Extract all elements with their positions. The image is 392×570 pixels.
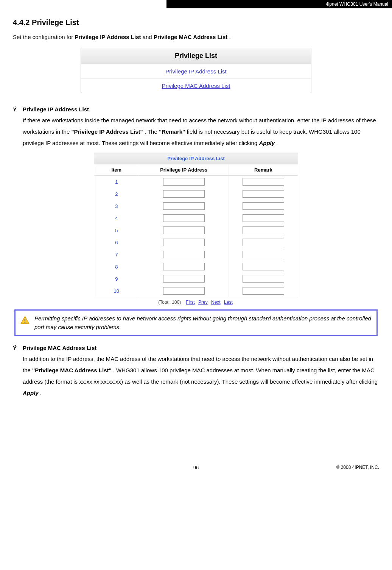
ip-section-title: Privilege IP Address List — [23, 106, 89, 112]
ip-table-col-item: Item — [94, 164, 139, 176]
row-remark-cell — [229, 200, 298, 212]
privilege-ip-input[interactable] — [163, 263, 205, 270]
row-ip-cell — [139, 200, 229, 212]
privilege-ip-input[interactable] — [163, 226, 205, 234]
remark-input[interactable] — [243, 190, 284, 198]
row-remark-cell — [229, 224, 298, 236]
privilege-ip-link[interactable]: Privilege IP Address List — [165, 68, 226, 75]
privilege-ip-input[interactable] — [163, 287, 205, 295]
section-heading: 4.4.2 Privilege List — [13, 18, 379, 27]
table-row: 5 — [94, 224, 298, 236]
intro-bold-2: Privilege MAC Address List — [154, 34, 227, 40]
bullet-mark: Ÿ — [13, 106, 23, 112]
mac-body-3: . — [40, 390, 42, 396]
privilege-list-row-ip: Privilege IP Address List — [81, 64, 311, 78]
mac-body-b1: "Privilege MAC Address List" — [32, 367, 112, 373]
row-item-number: 8 — [94, 261, 139, 273]
remark-input[interactable] — [243, 263, 284, 270]
privilege-list-row-mac: Privilege MAC Address List — [81, 78, 311, 93]
row-item-number: 2 — [94, 188, 139, 200]
warning-box: Permitting specific IP addresses to have… — [14, 309, 378, 336]
privilege-mac-link[interactable]: Privilege MAC Address List — [162, 83, 230, 89]
ip-section: Ÿ Privilege IP Address List If there are… — [13, 106, 379, 149]
pager-prev[interactable]: Prev — [198, 300, 208, 305]
manual-header: 4ipnet WHG301 User's Manual — [166, 0, 392, 8]
intro-text-post: . — [229, 34, 230, 40]
privilege-ip-input[interactable] — [163, 178, 205, 186]
intro-text-pre: Set the configuration for — [13, 34, 75, 40]
intro-bold-1: Privilege IP Address List — [75, 34, 141, 40]
row-ip-cell — [139, 248, 229, 261]
ip-body-apply: Apply — [259, 140, 275, 146]
table-row: 10 — [94, 285, 298, 297]
row-remark-cell — [229, 285, 298, 297]
row-remark-cell — [229, 261, 298, 273]
table-row: 4 — [94, 212, 298, 224]
remark-input[interactable] — [243, 239, 284, 246]
row-item-number: 1 — [94, 176, 139, 188]
remark-input[interactable] — [243, 202, 284, 210]
mac-section: Ÿ Privilege MAC Address List In addition… — [13, 345, 379, 399]
remark-input[interactable] — [243, 214, 284, 222]
table-row: 6 — [94, 236, 298, 248]
privilege-list-panel: Privilege List Privilege IP Address List… — [81, 48, 311, 93]
row-remark-cell — [229, 188, 298, 200]
row-ip-cell — [139, 273, 229, 285]
privilege-ip-input[interactable] — [163, 202, 205, 210]
page-content: 4.4.2 Privilege List Set the configurati… — [0, 8, 392, 399]
row-remark-cell — [229, 212, 298, 224]
privilege-ip-input[interactable] — [163, 251, 205, 258]
row-item-number: 3 — [94, 200, 139, 212]
ip-table-main-header: Privilege IP Address List — [94, 153, 298, 164]
pager-first[interactable]: First — [186, 300, 194, 305]
table-row: 8 — [94, 261, 298, 273]
warning-icon — [20, 315, 30, 325]
row-ip-cell — [139, 224, 229, 236]
ip-table-wrap: Privilege IP Address List Item Privilege… — [94, 153, 298, 305]
page-footer: 96 © 2008 4IPNET, INC. — [0, 456, 392, 474]
table-row: 9 — [94, 273, 298, 285]
row-remark-cell — [229, 248, 298, 261]
ip-body-2: . The — [145, 128, 159, 135]
mac-body-apply: Apply — [23, 390, 39, 396]
row-item-number: 6 — [94, 236, 139, 248]
ip-table-col-ip: Privilege IP Address — [139, 164, 229, 176]
ip-table: Privilege IP Address List Item Privilege… — [94, 153, 298, 297]
privilege-ip-input[interactable] — [163, 275, 205, 283]
row-remark-cell — [229, 176, 298, 188]
ip-table-col-remark: Remark — [229, 164, 298, 176]
table-row: 7 — [94, 248, 298, 261]
remark-input[interactable] — [243, 275, 284, 283]
remark-input[interactable] — [243, 226, 284, 234]
pager-last[interactable]: Last — [224, 300, 233, 305]
row-remark-cell — [229, 273, 298, 285]
ip-body-b1: "Privilege IP Address List" — [71, 128, 143, 135]
row-item-number: 9 — [94, 273, 139, 285]
pager-next[interactable]: Next — [211, 300, 221, 305]
privilege-ip-input[interactable] — [163, 190, 205, 198]
ip-body-b2: "Remark" — [159, 128, 185, 135]
privilege-ip-input[interactable] — [163, 214, 205, 222]
row-ip-cell — [139, 176, 229, 188]
intro-text-mid: and — [143, 34, 154, 40]
privilege-list-header: Privilege List — [81, 48, 311, 64]
bullet-mark: Ÿ — [13, 345, 23, 351]
page-number: 96 — [0, 465, 392, 470]
remark-input[interactable] — [243, 178, 284, 186]
warning-text: Permitting specific IP addresses to have… — [34, 314, 372, 331]
row-item-number: 10 — [94, 285, 139, 297]
svg-rect-0 — [25, 319, 25, 322]
table-row: 2 — [94, 188, 298, 200]
row-remark-cell — [229, 236, 298, 248]
remark-input[interactable] — [243, 251, 284, 258]
row-item-number: 7 — [94, 248, 139, 261]
privilege-ip-input[interactable] — [163, 239, 205, 246]
table-row: 3 — [94, 200, 298, 212]
remark-input[interactable] — [243, 287, 284, 295]
row-ip-cell — [139, 188, 229, 200]
row-ip-cell — [139, 236, 229, 248]
mac-section-title: Privilege MAC Address List — [23, 345, 96, 351]
ip-table-pager: (Total: 100) First Prev Next Last — [94, 300, 298, 305]
copyright: © 2008 4IPNET, INC. — [336, 465, 379, 470]
row-item-number: 5 — [94, 224, 139, 236]
